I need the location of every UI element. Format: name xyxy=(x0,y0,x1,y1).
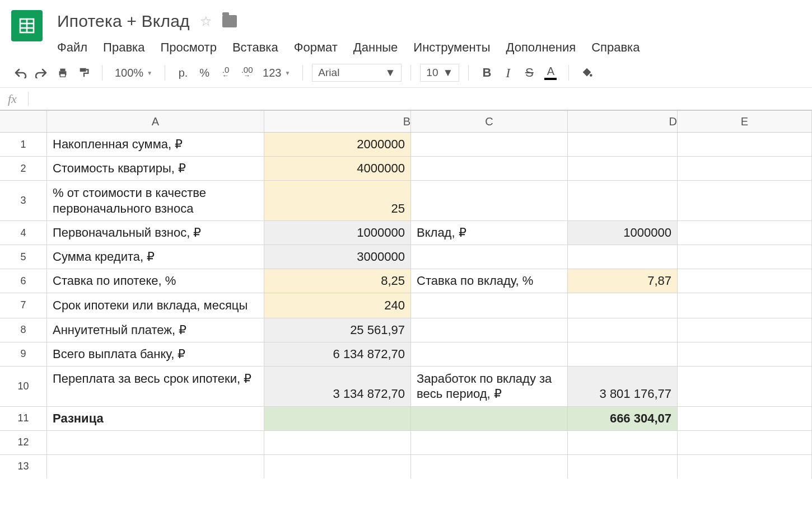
cell-A2[interactable]: Стоимость квартиры, ₽ xyxy=(47,157,264,180)
row-header[interactable]: 12 xyxy=(0,431,47,454)
row-header[interactable]: 4 xyxy=(0,221,47,245)
cell-B6[interactable]: 8,25 xyxy=(264,269,411,293)
cell-D9[interactable] xyxy=(568,342,678,366)
row-header[interactable]: 3 xyxy=(0,181,47,220)
redo-button[interactable] xyxy=(32,64,50,82)
format-currency-button[interactable]: р. xyxy=(174,64,192,82)
formula-input[interactable] xyxy=(29,88,804,110)
cell-B8[interactable]: 25 561,97 xyxy=(264,318,411,342)
column-header-A[interactable]: A xyxy=(47,111,264,132)
cell-B5[interactable]: 3000000 xyxy=(264,245,411,269)
cell-B11[interactable] xyxy=(264,407,411,430)
cell-A12[interactable] xyxy=(47,431,264,454)
cell-C3[interactable] xyxy=(411,181,568,220)
cell-B4[interactable]: 1000000 xyxy=(264,221,411,245)
cell-C4[interactable]: Вклад, ₽ xyxy=(411,221,568,245)
cell-A4[interactable]: Первоначальный взнос, ₽ xyxy=(47,221,264,245)
row-header[interactable]: 11 xyxy=(0,407,47,430)
row-header[interactable]: 5 xyxy=(0,245,47,269)
cell-D6[interactable]: 7,87 xyxy=(568,269,678,293)
menu-format[interactable]: Формат xyxy=(294,40,338,55)
cell-E1[interactable] xyxy=(678,133,812,156)
increase-decimal-button[interactable]: .00→ xyxy=(238,64,256,82)
cell-D1[interactable] xyxy=(568,133,678,156)
cell-E10[interactable] xyxy=(678,367,812,406)
row-header[interactable]: 1 xyxy=(0,133,47,156)
cell-E3[interactable] xyxy=(678,181,812,220)
format-percent-button[interactable]: % xyxy=(195,64,213,82)
cell-D2[interactable] xyxy=(568,157,678,180)
cell-E7[interactable] xyxy=(678,293,812,318)
menu-file[interactable]: Файл xyxy=(57,40,87,55)
row-header[interactable]: 8 xyxy=(0,318,47,342)
column-header-E[interactable]: E xyxy=(678,111,812,132)
row-header[interactable]: 10 xyxy=(0,367,47,406)
cell-A8[interactable]: Аннуитетный платеж, ₽ xyxy=(47,318,264,342)
document-title[interactable]: Ипотека + Вклад xyxy=(57,12,190,31)
menu-edit[interactable]: Правка xyxy=(103,40,144,55)
cell-E9[interactable] xyxy=(678,342,812,366)
print-button[interactable] xyxy=(54,64,72,82)
more-formats-dropdown[interactable]: 123▼ xyxy=(259,67,293,79)
row-header[interactable]: 13 xyxy=(0,455,47,478)
cell-C1[interactable] xyxy=(411,133,568,156)
cell-B10[interactable]: 3 134 872,70 xyxy=(264,367,411,406)
cell-D5[interactable] xyxy=(568,245,678,269)
star-icon[interactable]: ☆ xyxy=(200,13,212,29)
cell-C13[interactable] xyxy=(411,455,568,478)
cell-C11[interactable] xyxy=(411,407,568,430)
cell-B13[interactable] xyxy=(264,455,411,478)
cell-A13[interactable] xyxy=(47,455,264,478)
cell-C2[interactable] xyxy=(411,157,568,180)
cell-A1[interactable]: Накопленная сумма, ₽ xyxy=(47,133,264,156)
cell-B2[interactable]: 4000000 xyxy=(264,157,411,180)
cell-E11[interactable] xyxy=(678,407,812,430)
cell-E4[interactable] xyxy=(678,221,812,245)
cell-D10[interactable]: 3 801 176,77 xyxy=(568,367,678,406)
cell-A11[interactable]: Разница xyxy=(47,407,264,430)
cell-E13[interactable] xyxy=(678,455,812,478)
row-header[interactable]: 2 xyxy=(0,157,47,180)
cell-A3[interactable]: % от стоимости в качестве первоначальног… xyxy=(47,181,264,220)
strikethrough-button[interactable]: S xyxy=(520,64,538,82)
folder-icon[interactable] xyxy=(222,15,237,27)
cell-C12[interactable] xyxy=(411,431,568,454)
cell-D12[interactable] xyxy=(568,431,678,454)
menu-view[interactable]: Просмотр xyxy=(160,40,216,55)
cell-E12[interactable] xyxy=(678,431,812,454)
cell-B3[interactable]: 25 xyxy=(264,181,411,220)
menu-insert[interactable]: Вставка xyxy=(232,40,278,55)
row-header[interactable]: 9 xyxy=(0,342,47,366)
cell-D13[interactable] xyxy=(568,455,678,478)
italic-button[interactable]: I xyxy=(499,64,517,82)
menu-help[interactable]: Справка xyxy=(591,40,640,55)
cell-B1[interactable]: 2000000 xyxy=(264,133,411,156)
menu-addons[interactable]: Дополнения xyxy=(506,40,576,55)
cell-A5[interactable]: Сумма кредита, ₽ xyxy=(47,245,264,269)
cell-D3[interactable] xyxy=(568,181,678,220)
cell-C8[interactable] xyxy=(411,318,568,342)
font-family-dropdown[interactable]: Arial▼ xyxy=(312,64,402,82)
cell-B7[interactable]: 240 xyxy=(264,293,411,318)
cell-C9[interactable] xyxy=(411,342,568,366)
cell-C10[interactable]: Заработок по вкладу за весь период, ₽ xyxy=(411,367,568,406)
cell-D11[interactable]: 666 304,07 xyxy=(568,407,678,430)
fill-color-button[interactable] xyxy=(578,64,596,82)
cell-C6[interactable]: Ставка по вкладу, % xyxy=(411,269,568,293)
cell-C5[interactable] xyxy=(411,245,568,269)
cell-E2[interactable] xyxy=(678,157,812,180)
cell-E6[interactable] xyxy=(678,269,812,293)
cell-A7[interactable]: Срок ипотеки или вклада, месяцы xyxy=(47,293,264,318)
decrease-decimal-button[interactable]: .0← xyxy=(217,64,235,82)
row-header[interactable]: 7 xyxy=(0,293,47,318)
font-size-dropdown[interactable]: 10▼ xyxy=(420,64,459,82)
cell-B9[interactable]: 6 134 872,70 xyxy=(264,342,411,366)
bold-button[interactable]: B xyxy=(478,64,496,82)
cell-D4[interactable]: 1000000 xyxy=(568,221,678,245)
menu-tools[interactable]: Инструменты xyxy=(413,40,490,55)
menu-data[interactable]: Данные xyxy=(353,40,398,55)
row-header[interactable]: 6 xyxy=(0,269,47,293)
cell-B12[interactable] xyxy=(264,431,411,454)
paint-format-button[interactable] xyxy=(75,64,93,82)
cell-C7[interactable] xyxy=(411,293,568,318)
